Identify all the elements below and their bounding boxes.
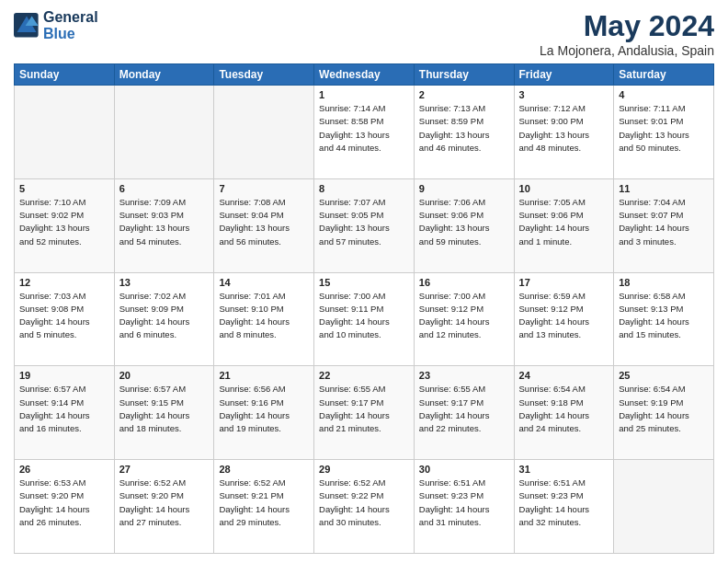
- detail-line: and 13 minutes.: [519, 328, 609, 341]
- detail-line: Sunset: 9:06 PM: [519, 209, 609, 222]
- detail-line: Sunrise: 6:52 AM: [119, 477, 210, 489]
- detail-line: Daylight: 14 hours: [219, 503, 309, 516]
- day-number: 14: [219, 277, 309, 288]
- detail-line: Sunrise: 6:51 AM: [519, 477, 609, 489]
- detail-line: Daylight: 14 hours: [119, 503, 210, 516]
- detail-line: and 21 minutes.: [319, 422, 409, 435]
- calendar-cell: 18Sunrise: 6:58 AMSunset: 9:13 PMDayligh…: [614, 272, 714, 366]
- detail-line: Sunset: 9:21 PM: [219, 489, 309, 502]
- day-detail: Sunrise: 7:11 AMSunset: 9:01 PMDaylight:…: [619, 102, 709, 155]
- detail-line: Daylight: 13 hours: [319, 129, 409, 142]
- day-number: 4: [619, 89, 709, 100]
- day-detail: Sunrise: 6:51 AMSunset: 9:23 PMDaylight:…: [419, 477, 509, 529]
- detail-line: Sunrise: 6:54 AM: [519, 383, 609, 396]
- detail-line: Sunrise: 7:02 AM: [119, 290, 210, 303]
- detail-line: Sunset: 9:23 PM: [419, 489, 509, 502]
- detail-line: Daylight: 14 hours: [319, 503, 409, 516]
- calendar-week-2: 5Sunrise: 7:10 AMSunset: 9:02 PMDaylight…: [15, 178, 714, 272]
- day-number: 1: [319, 89, 409, 100]
- detail-line: Daylight: 14 hours: [119, 316, 210, 328]
- detail-line: and 27 minutes.: [119, 516, 210, 529]
- detail-line: Sunrise: 6:51 AM: [419, 477, 509, 489]
- detail-line: Sunset: 9:22 PM: [319, 489, 409, 502]
- day-detail: Sunrise: 6:53 AMSunset: 9:20 PMDaylight:…: [19, 477, 109, 529]
- day-number: 13: [119, 277, 210, 288]
- day-detail: Sunrise: 6:55 AMSunset: 9:17 PMDaylight:…: [319, 383, 409, 435]
- day-number: 15: [319, 277, 409, 288]
- detail-line: and 46 minutes.: [419, 142, 509, 155]
- day-detail: Sunrise: 7:05 AMSunset: 9:06 PMDaylight:…: [519, 196, 609, 248]
- detail-line: Daylight: 14 hours: [19, 316, 109, 328]
- detail-line: and 52 minutes.: [19, 236, 109, 248]
- detail-line: Sunrise: 7:11 AM: [619, 102, 709, 115]
- detail-line: Sunset: 9:20 PM: [119, 489, 210, 502]
- day-number: 19: [19, 370, 109, 381]
- calendar-cell: 8Sunrise: 7:07 AMSunset: 9:05 PMDaylight…: [314, 178, 415, 272]
- detail-line: and 44 minutes.: [319, 142, 409, 155]
- detail-line: Daylight: 14 hours: [619, 409, 709, 422]
- day-detail: Sunrise: 6:52 AMSunset: 9:21 PMDaylight:…: [219, 477, 309, 529]
- calendar-header-monday: Monday: [114, 64, 214, 86]
- detail-line: and 16 minutes.: [19, 422, 109, 435]
- detail-line: Sunset: 9:12 PM: [419, 303, 509, 316]
- calendar-cell: [614, 460, 714, 554]
- detail-line: Sunset: 9:23 PM: [519, 489, 609, 502]
- detail-line: Sunset: 9:15 PM: [119, 396, 210, 409]
- detail-line: Daylight: 13 hours: [219, 222, 309, 235]
- detail-line: Sunset: 9:13 PM: [619, 303, 709, 316]
- detail-line: and 10 minutes.: [319, 328, 409, 341]
- day-detail: Sunrise: 7:04 AMSunset: 9:07 PMDaylight:…: [619, 196, 709, 248]
- day-number: 20: [119, 370, 210, 381]
- day-number: 10: [519, 183, 609, 194]
- detail-line: Sunrise: 6:57 AM: [119, 383, 210, 396]
- title-block: May 2024 La Mojonera, Andalusia, Spain: [540, 9, 714, 58]
- detail-line: Daylight: 14 hours: [519, 503, 609, 516]
- day-detail: Sunrise: 7:01 AMSunset: 9:10 PMDaylight:…: [219, 290, 309, 342]
- detail-line: Sunrise: 7:03 AM: [19, 290, 109, 303]
- detail-line: Sunrise: 6:58 AM: [619, 290, 709, 303]
- day-number: 28: [219, 464, 309, 475]
- day-detail: Sunrise: 6:52 AMSunset: 9:22 PMDaylight:…: [319, 477, 409, 529]
- detail-line: and 12 minutes.: [419, 328, 509, 341]
- detail-line: Sunrise: 7:13 AM: [419, 102, 509, 115]
- detail-line: Daylight: 13 hours: [319, 222, 409, 235]
- detail-line: Daylight: 14 hours: [19, 409, 109, 422]
- main-title: May 2024: [540, 9, 714, 43]
- detail-line: Daylight: 14 hours: [219, 409, 309, 422]
- detail-line: Sunrise: 7:07 AM: [319, 196, 409, 209]
- detail-line: and 18 minutes.: [119, 422, 210, 435]
- detail-line: and 56 minutes.: [219, 236, 309, 248]
- calendar-cell: 28Sunrise: 6:52 AMSunset: 9:21 PMDayligh…: [214, 460, 314, 554]
- day-number: 6: [119, 183, 210, 194]
- logo-line1: General: [43, 9, 98, 26]
- day-detail: Sunrise: 7:00 AMSunset: 9:12 PMDaylight:…: [419, 290, 509, 342]
- calendar-header-thursday: Thursday: [414, 64, 514, 86]
- detail-line: Sunrise: 6:54 AM: [619, 383, 709, 396]
- detail-line: and 54 minutes.: [119, 236, 210, 248]
- detail-line: Daylight: 13 hours: [419, 222, 509, 235]
- detail-line: Sunrise: 7:01 AM: [219, 290, 309, 303]
- day-number: 24: [519, 370, 609, 381]
- calendar-header-tuesday: Tuesday: [214, 64, 314, 86]
- detail-line: Daylight: 14 hours: [519, 316, 609, 328]
- calendar-cell: 13Sunrise: 7:02 AMSunset: 9:09 PMDayligh…: [114, 272, 214, 366]
- detail-line: Sunrise: 7:12 AM: [519, 102, 609, 115]
- calendar-cell: 7Sunrise: 7:08 AMSunset: 9:04 PMDaylight…: [214, 178, 314, 272]
- detail-line: Sunset: 9:16 PM: [219, 396, 309, 409]
- calendar-cell: 25Sunrise: 6:54 AMSunset: 9:19 PMDayligh…: [614, 366, 714, 460]
- detail-line: and 32 minutes.: [519, 516, 609, 529]
- detail-line: Sunrise: 6:55 AM: [319, 383, 409, 396]
- day-detail: Sunrise: 7:12 AMSunset: 9:00 PMDaylight:…: [519, 102, 609, 155]
- day-detail: Sunrise: 7:08 AMSunset: 9:04 PMDaylight:…: [219, 196, 309, 248]
- header: General Blue May 2024 La Mojonera, Andal…: [14, 9, 714, 58]
- detail-line: Sunrise: 7:10 AM: [19, 196, 109, 209]
- calendar-cell: 22Sunrise: 6:55 AMSunset: 9:17 PMDayligh…: [314, 366, 415, 460]
- calendar-cell: 6Sunrise: 7:09 AMSunset: 9:03 PMDaylight…: [114, 178, 214, 272]
- day-number: 29: [319, 464, 409, 475]
- detail-line: Sunset: 9:04 PM: [219, 209, 309, 222]
- calendar-cell: [214, 86, 314, 179]
- detail-line: Sunrise: 7:06 AM: [419, 196, 509, 209]
- detail-line: and 48 minutes.: [519, 142, 609, 155]
- detail-line: and 50 minutes.: [619, 142, 709, 155]
- detail-line: Sunrise: 6:52 AM: [319, 477, 409, 489]
